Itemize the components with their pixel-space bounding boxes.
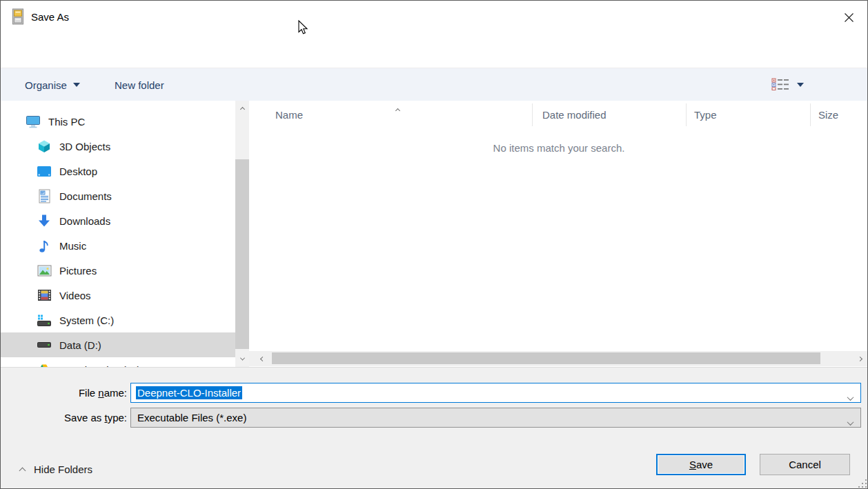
sidebar-item-pictures[interactable]: Pictures — [1, 258, 235, 283]
command-toolbar: Organise New folder ? — [1, 68, 867, 101]
window-title: Save As — [31, 1, 69, 33]
chevron-down-icon — [797, 83, 804, 87]
desktop-icon — [37, 163, 52, 179]
column-separator[interactable] — [532, 103, 533, 126]
sidebar-item-label: This PC — [48, 116, 85, 128]
sidebar-item-label: 3D Objects — [59, 141, 110, 152]
picture-icon — [37, 263, 52, 278]
empty-list-message: No items match your search. — [249, 142, 868, 154]
chevron-down-icon[interactable] — [848, 391, 853, 403]
organise-label: Organise — [25, 79, 67, 91]
sidebar-item-data-d[interactable]: Data (D:) — [1, 332, 235, 357]
resize-grip[interactable] — [856, 477, 867, 488]
save-as-type-select[interactable]: Executable Files (*.exe) — [130, 408, 861, 428]
sidebar-item-downloads[interactable]: Downloads — [1, 208, 235, 233]
sidebar-item-desktop[interactable]: Desktop — [1, 159, 235, 183]
navigation-pane: This PC 3D Objects — [1, 101, 235, 367]
google-drive-icon — [37, 362, 52, 367]
sidebar-item-videos[interactable]: Videos — [1, 283, 235, 308]
scrollbar-thumb[interactable] — [272, 352, 820, 364]
sidebar-item-google-drive-g[interactable]: Google Drive (G:) — [1, 357, 235, 367]
column-separator[interactable] — [686, 103, 687, 126]
sidebar-item-this-pc[interactable]: This PC — [1, 109, 235, 134]
new-folder-button[interactable]: New folder — [115, 68, 164, 101]
sidebar-item-label: Music — [59, 240, 86, 252]
film-strip-icon — [37, 288, 52, 303]
column-header-date-modified[interactable]: Date modified — [542, 101, 606, 128]
sidebar-item-label: Videos — [59, 290, 91, 301]
scroll-right-icon[interactable] — [852, 351, 867, 366]
new-folder-label: New folder — [115, 79, 164, 91]
horizontal-scrollbar[interactable] — [249, 351, 868, 366]
chevron-down-icon — [848, 416, 853, 428]
cube-3d-icon — [37, 139, 52, 154]
save-as-type-label: Save as type: — [10, 412, 127, 423]
sidebar-item-label: Data (D:) — [59, 339, 101, 351]
file-name-value: Deepnet-CLO-Installer — [136, 386, 242, 399]
save-as-icon — [11, 8, 25, 28]
scroll-left-icon[interactable] — [255, 351, 270, 366]
column-separator[interactable] — [810, 103, 811, 126]
sidebar-item-system-c[interactable]: System (C:) — [1, 308, 235, 332]
drive-icon — [37, 337, 52, 352]
sort-ascending-icon — [396, 103, 400, 114]
sidebar-item-3d-objects[interactable]: 3D Objects — [1, 134, 235, 159]
chevron-up-icon — [19, 467, 26, 474]
sidebar-item-label: Documents — [59, 190, 112, 202]
sidebar-item-label: Desktop — [59, 166, 97, 177]
column-header-name[interactable]: Name — [275, 101, 303, 128]
system-drive-icon — [37, 312, 52, 328]
file-name-input[interactable]: Deepnet-CLO-Installer — [130, 383, 861, 403]
chevron-down-icon — [73, 83, 80, 87]
bottom-panel: File name: Deepnet-CLO-Installer Save as… — [1, 367, 868, 489]
scroll-down-icon[interactable] — [235, 352, 249, 366]
save-button[interactable]: Save — [656, 454, 746, 475]
music-note-icon — [37, 238, 52, 253]
sidebar-item-label: Pictures — [59, 265, 97, 277]
sidebar-item-label: Downloads — [59, 215, 110, 227]
column-header-size[interactable]: Size — [818, 101, 838, 128]
sidebar-item-label: System (C:) — [59, 315, 114, 326]
main-area: This PC 3D Objects — [1, 101, 868, 367]
scrollbar-thumb[interactable] — [235, 159, 249, 349]
sidebar-scrollbar[interactable] — [235, 101, 249, 367]
scroll-up-icon[interactable] — [235, 102, 249, 116]
save-as-dialog: Save As This PC — [0, 0, 868, 489]
cancel-button[interactable]: Cancel — [760, 454, 850, 475]
hide-folders-label: Hide Folders — [34, 463, 92, 475]
navigation-bar: This PC Data (D:) Software CLO — [1, 33, 867, 68]
views-icon — [771, 78, 789, 92]
close-icon[interactable] — [838, 7, 859, 28]
monitor-icon — [26, 114, 41, 129]
sidebar-item-music[interactable]: Music — [1, 233, 235, 258]
sidebar-item-documents[interactable]: Documents — [1, 183, 235, 208]
title-bar: Save As — [1, 1, 867, 33]
organise-button[interactable]: Organise — [25, 68, 80, 101]
hide-folders-button[interactable]: Hide Folders — [20, 460, 92, 478]
views-button[interactable] — [771, 68, 804, 101]
column-header-type[interactable]: Type — [694, 101, 717, 128]
download-arrow-icon — [37, 213, 52, 228]
document-icon — [37, 188, 52, 203]
save-as-type-value: Executable Files (*.exe) — [137, 412, 246, 423]
file-list: Name Date modified Type Size No items ma… — [249, 101, 868, 367]
file-name-label: File name: — [10, 387, 127, 399]
